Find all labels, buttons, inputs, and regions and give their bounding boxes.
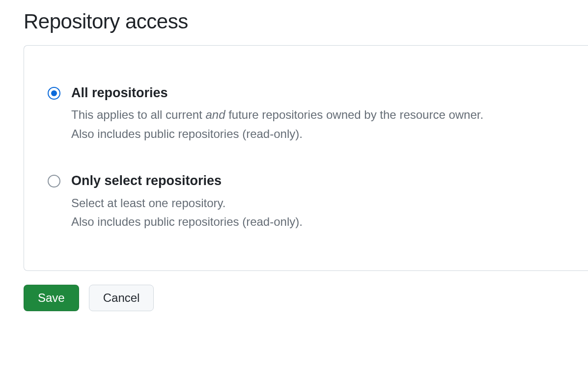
- page-title: Repository access: [24, 10, 564, 33]
- option-title-select: Only select repositories: [71, 173, 565, 188]
- option-desc-select-line2: Also includes public repositories (read-…: [71, 215, 303, 228]
- option-desc-all-em: and: [205, 108, 225, 121]
- repository-access-panel: All repositories This applies to all cur…: [24, 45, 588, 271]
- option-desc-all: This applies to all current and future r…: [71, 106, 565, 143]
- save-button[interactable]: Save: [24, 285, 79, 311]
- option-desc-all-line2: Also includes public repositories (read-…: [71, 127, 303, 140]
- option-desc-all-post: future repositories owned by the resourc…: [225, 108, 484, 121]
- option-desc-select-line1: Select at least one repository.: [71, 196, 225, 210]
- radio-select-repositories[interactable]: [48, 175, 60, 188]
- button-row: Save Cancel: [24, 285, 564, 311]
- option-select-repositories[interactable]: Only select repositories Select at least…: [48, 173, 565, 231]
- cancel-button[interactable]: Cancel: [89, 285, 154, 311]
- radio-all-repositories[interactable]: [48, 87, 60, 100]
- option-desc-select: Select at least one repository. Also inc…: [71, 194, 565, 232]
- option-all-repositories[interactable]: All repositories This applies to all cur…: [48, 85, 565, 143]
- option-title-all: All repositories: [71, 85, 565, 101]
- option-desc-all-pre: This applies to all current: [71, 108, 205, 121]
